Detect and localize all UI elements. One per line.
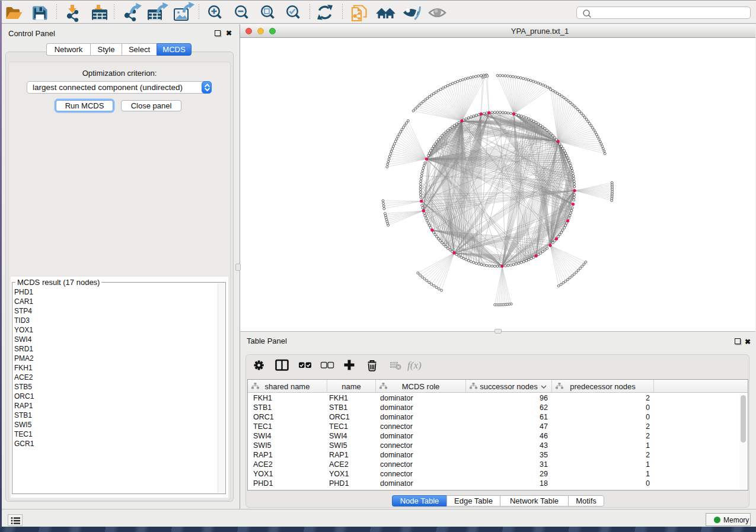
svg-text:f(x): f(x) — [407, 360, 422, 371]
